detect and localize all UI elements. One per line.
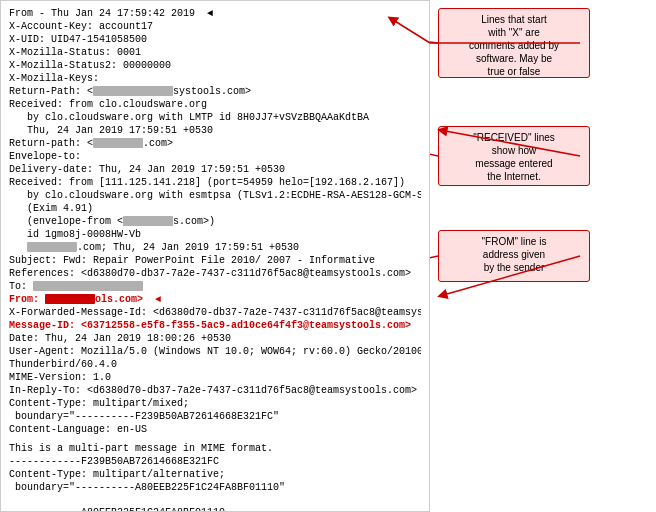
email-line-9: by clo.cloudsware.org with LMTP id 8H0JJ… <box>9 111 421 124</box>
email-line-38: ------------A80EEB225F1C24FA8BF01110 <box>9 506 421 512</box>
main-container: From - Thu Jan 24 17:59:42 2019 ◄ X-Acco… <box>0 0 656 512</box>
annotation-received-text: "RECEIVED" linesshow howmessage enteredt… <box>445 131 583 183</box>
email-line-26: Date: Thu, 24 Jan 2019 18:00:26 +0530 <box>9 332 421 345</box>
email-line-21: References: <d6380d70-db37-7a2e-7437-c31… <box>9 267 421 280</box>
email-line-20: Subject: Fwd: Repair PowerPoint File 201… <box>9 254 421 267</box>
email-line-31: Content-Type: multipart/mixed; <box>9 397 421 410</box>
email-line-27: User-Agent: Mozilla/5.0 (Windows NT 10.0… <box>9 345 421 358</box>
annotation-received: "RECEIVED" linesshow howmessage enteredt… <box>438 126 590 186</box>
email-line-11: Return-path: <.com> <box>9 137 421 150</box>
email-line-30: In-Reply-To: <d6380d70-db37-7a2e-7437-c3… <box>9 384 421 397</box>
email-line-12: Envelope-to: <box>9 150 421 163</box>
email-line-2: X-Account-Key: account17 <box>9 20 421 33</box>
email-line-8: Received: from clo.cloudsware.org <box>9 98 421 111</box>
email-line-14: Received: from [111.125.141.218] (port=5… <box>9 176 421 189</box>
email-line-28: Thunderbird/60.4.0 <box>9 358 421 371</box>
email-line-13: Delivery-date: Thu, 24 Jan 2019 17:59:51… <box>9 163 421 176</box>
email-line-10: Thu, 24 Jan 2019 17:59:51 +0530 <box>9 124 421 137</box>
email-line-35: ------------F239B50AB72614668E321FC <box>9 455 421 468</box>
email-line-17: (envelope-from <s.com>) <box>9 215 421 228</box>
email-line-15: by clo.cloudsware.org with esmtpsa (TLSv… <box>9 189 421 202</box>
email-line-19: .com; Thu, 24 Jan 2019 17:59:51 +0530 <box>9 241 421 254</box>
email-line-22: To: <box>9 280 421 293</box>
email-line-34: This is a multi-part message in MIME for… <box>9 442 421 455</box>
email-line-37: boundary="----------A80EEB225F1C24FA8BF0… <box>9 481 421 494</box>
email-line-5: X-Mozilla-Status2: 00000000 <box>9 59 421 72</box>
email-panel: From - Thu Jan 24 17:59:42 2019 ◄ X-Acco… <box>0 0 430 512</box>
email-line-1: From - Thu Jan 24 17:59:42 2019 ◄ <box>9 7 421 20</box>
email-line-18: id 1gmo8j-0008HW-Vb <box>9 228 421 241</box>
svg-line-2 <box>430 256 438 300</box>
email-line-25: Message-ID: <63712558-e5f8-f355-5ac9-ad1… <box>9 319 421 332</box>
email-line-29: MIME-Version: 1.0 <box>9 371 421 384</box>
email-line-7: Return-Path: <systools.com> <box>9 85 421 98</box>
annotation-x-lines: Lines that startwith "X" arecomments add… <box>438 8 590 78</box>
annotation-from: "FROM" line isaddress givenby the sender <box>438 230 590 282</box>
annotation-x-lines-text: Lines that startwith "X" arecomments add… <box>445 13 583 78</box>
email-line-36: Content-Type: multipart/alternative; <box>9 468 421 481</box>
annotation-from-text: "FROM" line isaddress givenby the sender <box>445 235 583 274</box>
email-line-6: X-Mozilla-Keys: <box>9 72 421 85</box>
svg-line-0 <box>430 17 438 43</box>
email-line-16: (Exim 4.91) <box>9 202 421 215</box>
email-line-23: From: ols.com> ◄ <box>9 293 421 306</box>
email-line-33: Content-Language: en-US <box>9 423 421 436</box>
email-line-24: X-Forwarded-Message-Id: <d6380d70-db37-7… <box>9 306 421 319</box>
email-line-4: X-Mozilla-Status: 0001 <box>9 46 421 59</box>
email-line-3: X-UID: UID47-1541058500 <box>9 33 421 46</box>
email-line-32: boundary="----------F239B50AB72614668E32… <box>9 410 421 423</box>
svg-line-1 <box>430 110 438 156</box>
annotations-panel: Lines that startwith "X" arecomments add… <box>430 0 656 512</box>
